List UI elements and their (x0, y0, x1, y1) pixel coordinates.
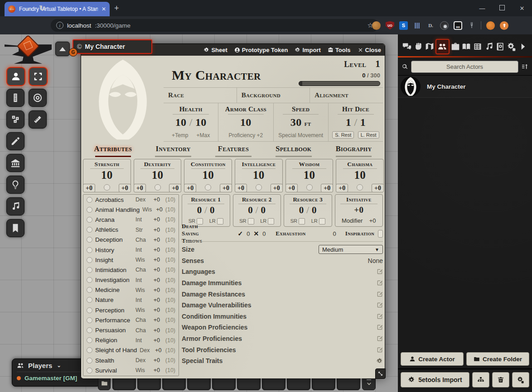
close-sheet-button[interactable]: Close (358, 47, 381, 53)
detail-field[interactable]: Background (237, 88, 310, 103)
trait-edit-button[interactable] (377, 302, 383, 308)
exhaustion-value[interactable]: 0 (333, 230, 336, 237)
skill-row[interactable]: Deception Cha +0 (10) (83, 235, 179, 245)
character-portrait[interactable] (83, 57, 163, 143)
minimize-button[interactable]: — (472, 5, 492, 12)
trait-edit-button[interactable] (377, 313, 383, 320)
skill-proficiency-radio[interactable] (87, 257, 92, 263)
resource-block[interactable]: Resource 1 0 / 0 SRLR (182, 194, 230, 227)
character-name[interactable]: My Character (172, 67, 261, 83)
xp-text[interactable]: 0 / 300 (362, 72, 380, 79)
skill-proficiency-radio[interactable] (87, 207, 92, 213)
game-canvas[interactable]: © My Character G (0, 34, 532, 392)
ability-save-mod[interactable]: +0 (83, 184, 95, 192)
tool-notes-button[interactable] (6, 219, 24, 237)
profile-avatar-icon[interactable] (486, 21, 495, 30)
special-traits-config-button[interactable] (376, 358, 383, 364)
skill-row[interactable]: Survival Wis +0 (10) (83, 365, 179, 375)
hp-current[interactable]: 10 (175, 116, 187, 128)
sliders-icon[interactable] (413, 21, 421, 30)
skill-row[interactable]: Intimidation Cha +0 (10) (83, 265, 179, 275)
window-resize-handle[interactable] (375, 368, 386, 379)
tab-scenes[interactable] (424, 40, 435, 53)
sheet-tab[interactable]: Inventory (143, 144, 203, 157)
tool-select-token-button[interactable] (6, 67, 25, 86)
fork-icon[interactable] (467, 21, 476, 30)
tool-lighting-button[interactable] (6, 176, 24, 194)
tool-select-target-button[interactable] (29, 67, 48, 86)
new-tab-button[interactable]: + (114, 4, 119, 13)
tool-ruler-button[interactable] (29, 110, 47, 129)
import-button[interactable]: Import (295, 47, 320, 53)
skill-proficiency-radio[interactable] (87, 358, 92, 363)
skill-name[interactable]: Nature (95, 296, 133, 303)
ability-score[interactable]: 10 (184, 169, 232, 181)
skill-proficiency-radio[interactable] (87, 237, 92, 243)
short-rest-button[interactable]: S. Rest (332, 131, 354, 139)
skill-row[interactable]: History Int +0 (10) (83, 245, 179, 255)
hit-dice-current[interactable]: 1 (346, 116, 351, 128)
ability-score[interactable]: 10 (83, 169, 131, 181)
skill-name[interactable]: Animal Handling (95, 206, 140, 213)
detail-field[interactable]: Race (164, 88, 237, 103)
tab-close-icon[interactable]: ✕ (102, 6, 106, 12)
skill-proficiency-radio[interactable] (87, 247, 92, 253)
skill-proficiency-radio[interactable] (87, 267, 92, 273)
skill-row[interactable]: Investigation Int +0 (10) (83, 275, 179, 285)
level-value[interactable]: 1 (375, 58, 380, 70)
tool-draw-button[interactable] (6, 132, 24, 150)
hp-temp-label[interactable]: +Temp (172, 132, 188, 139)
detail-field[interactable]: Alignment (310, 88, 383, 103)
tab-journal[interactable] (461, 40, 472, 53)
armor-class-cell[interactable]: Armor Class 10 Proficiency +2 (218, 103, 273, 141)
ability-proficiency-radio[interactable] (104, 184, 110, 191)
tool-dice-button[interactable] (6, 110, 24, 129)
tab-compendium[interactable] (495, 40, 506, 53)
skill-row[interactable]: Athletics Str +0 (10) (83, 225, 179, 235)
trait-edit-button[interactable] (377, 347, 383, 353)
ability-proficiency-radio[interactable] (256, 184, 262, 191)
skill-proficiency-radio[interactable] (87, 277, 92, 283)
skill-row[interactable]: Medicine Wis +0 (10) (83, 285, 179, 295)
sr-checkbox[interactable] (299, 218, 305, 225)
skill-row[interactable]: Nature Int +0 (10) (83, 295, 179, 305)
skill-name[interactable]: Sleight of Hand (95, 347, 137, 354)
ability-modifier[interactable]: +0 (119, 184, 131, 192)
skill-row[interactable]: Insight Wis +0 (10) (83, 255, 179, 265)
cookie-icon[interactable] (372, 21, 381, 30)
ability-score[interactable]: 10 (134, 169, 181, 181)
skill-row[interactable]: Stealth Dex +0 (10) (83, 355, 179, 365)
ability-block[interactable]: Constitution 10 +0 +0 (184, 159, 232, 192)
skill-proficiency-radio[interactable] (87, 347, 92, 353)
ability-modifier[interactable]: +0 (220, 184, 232, 192)
skill-name[interactable]: History (95, 247, 133, 253)
ability-modifier[interactable]: +0 (321, 184, 333, 192)
skill-name[interactable]: Arcana (95, 216, 133, 223)
resource-block[interactable]: Resource 3 0 / 0 SRLR (284, 194, 332, 227)
skill-proficiency-radio[interactable] (87, 337, 92, 343)
ability-block[interactable]: Intelligence 10 +0 +0 (235, 159, 283, 192)
skill-name[interactable]: Acrobatics (95, 196, 133, 203)
ability-modifier[interactable]: +0 (372, 184, 384, 192)
tab-items[interactable] (450, 40, 461, 53)
tab-playlists[interactable] (484, 40, 495, 53)
tab-settings[interactable] (506, 40, 517, 53)
sheet-tab[interactable]: Attributes (83, 144, 143, 157)
skill-name[interactable]: Intimidation (95, 267, 133, 273)
trait-edit-button[interactable] (377, 335, 383, 342)
5etools-import-button[interactable]: 5etools Import (401, 372, 469, 387)
maximize-button[interactable] (492, 5, 512, 12)
skill-row[interactable]: Sleight of Hand Dex +0 (10) (83, 345, 179, 355)
settings-button[interactable] (512, 372, 529, 387)
actor-entry[interactable]: My Character (398, 76, 532, 98)
browser-tab[interactable]: Foundry Virtual Tabletop • A Stan ✕ (5, 2, 110, 16)
skill-proficiency-radio[interactable] (87, 197, 92, 203)
lens-icon[interactable] (440, 21, 449, 30)
ability-save-mod[interactable]: +0 (134, 184, 146, 192)
ability-save-mod[interactable]: +0 (235, 184, 247, 192)
speed-value[interactable]: 30 (290, 116, 302, 128)
ability-save-mod[interactable]: +0 (336, 184, 348, 192)
forward-button[interactable]: → (24, 4, 31, 13)
skill-proficiency-radio[interactable] (87, 217, 92, 223)
initiative-mod-value[interactable]: +0 (369, 217, 376, 224)
